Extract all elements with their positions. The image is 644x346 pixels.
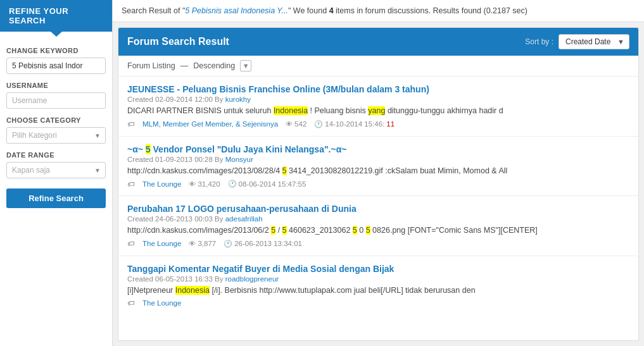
views-2: 31,420 — [189, 180, 220, 188]
sidebar: Refine Your Search CHANGE KEYWORD USERNA… — [0, 0, 113, 346]
views-1: 542 — [286, 120, 306, 128]
result-snippet-4: [i]Netpreneur Indonesia [/i]. Berbisnis … — [127, 285, 629, 297]
result-tags-1: 🏷 MLM, Member Get Member, & Sejenisnya 5… — [127, 120, 629, 128]
username-input[interactable] — [6, 92, 106, 109]
result-panel: Forum Search Result Sort by : Created Da… — [118, 27, 639, 341]
tag-link-3[interactable]: The Lounge — [142, 240, 181, 247]
result-panel-title: Forum Search Result — [127, 36, 229, 47]
topbar-keyword: 5 Pebisnis asal Indonesia Y... — [185, 6, 288, 15]
result-meta-1: Created 02-09-2014 12:00 By kurokhy — [127, 96, 629, 103]
category-select[interactable]: Pilih Kategori — [6, 127, 106, 144]
sort-by-label: Sort by : — [525, 37, 553, 46]
result-tags-2: 🏷 The Lounge 31,420 08-06-2014 15:47:55 — [127, 180, 629, 188]
result-tags-3: 🏷 The Lounge 3,877 26-06-2013 13:34:01 — [127, 240, 629, 248]
result-snippet-1: DICARI PARTNER BISNIS untuk seluruh Indo… — [127, 106, 629, 117]
tag-icon-2: 🏷 — [127, 180, 135, 188]
result-title-4[interactable]: Tanggapi Komentar Negatif Buyer di Media… — [127, 264, 629, 274]
date-range-select[interactable]: Kapan saja — [6, 162, 106, 178]
sidebar-header-title: Refine Your Search — [9, 6, 68, 25]
expand-icon[interactable]: ▼ — [240, 60, 251, 71]
content-area: Search Result of "5 Pebisnis asal Indone… — [113, 0, 644, 346]
topbar-prefix: Search Result of " — [122, 6, 185, 15]
listing-bar: Forum Listing — Descending ▼ — [118, 56, 638, 77]
views-3: 3,877 — [189, 240, 216, 247]
result-meta-3: Created 24-06-2013 00:03 By adesafrillah — [127, 215, 629, 223]
tag-icon-3: 🏷 — [127, 240, 135, 247]
date-tag-1: 14-10-2014 15:46:11 — [314, 120, 395, 128]
sort-bar: Sort by : Created Date Views Replies ▼ — [525, 34, 629, 49]
topbar-count: 4 — [329, 6, 334, 15]
tag-icon-4: 🏷 — [127, 299, 135, 307]
result-item: Tanggapi Komentar Negatif Buyer di Media… — [118, 256, 638, 315]
result-panel-header: Forum Search Result Sort by : Created Da… — [118, 28, 638, 56]
result-author-3[interactable]: adesafrillah — [225, 215, 263, 223]
date-tag-3: 26-06-2013 13:34:01 — [224, 240, 302, 248]
listing-label: Forum Listing — [127, 61, 175, 70]
sort-select[interactable]: Created Date Views Replies — [559, 34, 629, 49]
result-item: ~α~ 5 Vendor Ponsel "Dulu Jaya Kini Nela… — [118, 137, 638, 197]
refine-search-button[interactable]: Refine Search — [6, 188, 106, 208]
choose-category-label: CHOOSE CATEGORY — [6, 116, 106, 124]
date-tag-2: 08-06-2014 15:47:55 — [228, 180, 306, 188]
tag-link-1[interactable]: MLM, Member Get Member, & Sejenisnya — [142, 120, 278, 128]
result-snippet-3: http://cdn.kaskus.com/images/2013/06/2 5… — [127, 225, 629, 237]
top-bar: Search Result of "5 Pebisnis asal Indone… — [113, 0, 644, 22]
result-title-3[interactable]: Perubahan 17 LOGO perusahaan-perusahaan … — [127, 204, 629, 214]
sort-select-wrapper: Created Date Views Replies ▼ — [559, 34, 629, 49]
result-meta-2: Created 01-09-2013 00:28 By Monsyur — [127, 156, 629, 163]
tag-icon-1: 🏷 — [127, 120, 135, 128]
result-meta-4: Created 06-05-2013 16:33 By roadblogpren… — [127, 275, 629, 283]
username-label: USERNAME — [6, 82, 106, 89]
result-title-2[interactable]: ~α~ 5 Vendor Ponsel "Dulu Jaya Kini Nela… — [127, 144, 629, 154]
result-item: Perubahan 17 LOGO perusahaan-perusahaan … — [118, 196, 638, 256]
result-snippet-2: http://cdn.kaskus.com/images/2013/08/28/… — [127, 166, 629, 177]
result-author-1[interactable]: kurokhy — [225, 96, 251, 103]
result-author-4[interactable]: roadblogpreneur — [225, 275, 279, 283]
result-tags-4: 🏷 The Lounge — [127, 299, 629, 307]
keyword-input[interactable] — [6, 58, 106, 74]
result-title-1[interactable]: JEUNESSE - Peluang Bisnis Franchise Onli… — [127, 84, 629, 94]
date-range-label: DATE RANGE — [6, 151, 106, 159]
result-item: JEUNESSE - Peluang Bisnis Franchise Onli… — [118, 77, 638, 137]
listing-dash: — — [180, 61, 189, 70]
date-range-select-wrapper: Kapan saja ▼ — [6, 162, 106, 178]
result-author-2[interactable]: Monsyur — [225, 156, 253, 163]
tag-link-4[interactable]: The Lounge — [142, 299, 181, 307]
topbar-middle: " We found — [288, 6, 329, 15]
sidebar-header: Refine Your Search — [0, 0, 112, 32]
listing-order: Descending — [193, 61, 235, 70]
category-select-wrapper: Pilih Kategori ▼ — [6, 127, 106, 144]
change-keyword-label: CHANGE KEYWORD — [6, 47, 106, 54]
tag-link-2[interactable]: The Lounge — [142, 180, 181, 188]
topbar-suffix: items in forum discussions. Results foun… — [334, 6, 527, 15]
